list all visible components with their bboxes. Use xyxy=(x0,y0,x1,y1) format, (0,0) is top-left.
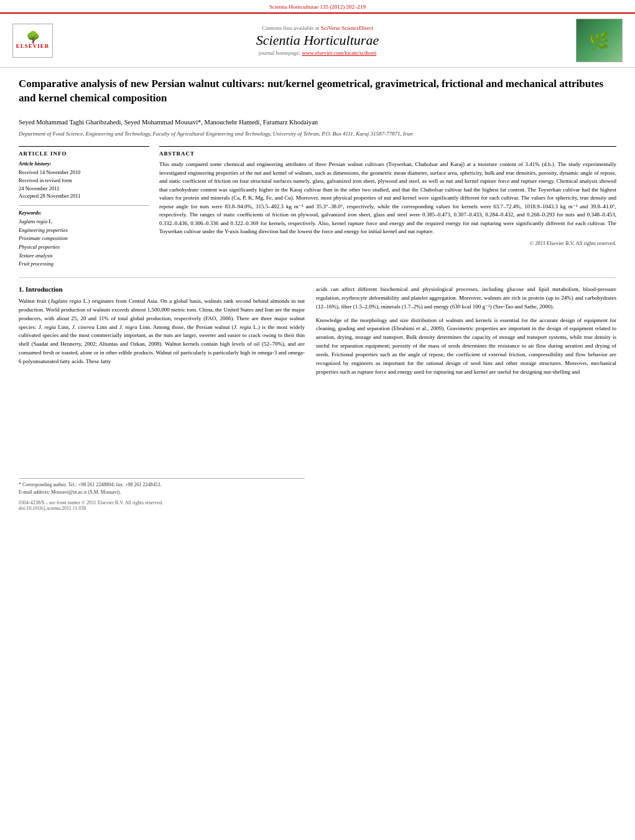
authors: Seyed Mohammad Taghi Gharibzahedi, Seyed… xyxy=(19,118,616,127)
keyword-3: Proximate composition xyxy=(19,234,149,243)
abstract-text: This study compared some chemical and en… xyxy=(159,160,616,236)
keyword-5: Texture analysis xyxy=(19,252,149,261)
elsevier-branding: 🌳 ELSEVIER xyxy=(12,24,59,58)
keyword-4: Physical properties xyxy=(19,243,149,252)
sciverse-link[interactable]: SciVerse ScienceDirect xyxy=(321,25,373,31)
intro-body-left: Walnut fruit (Juglans regia L.) originat… xyxy=(19,297,305,367)
main-content: Comparative analysis of new Persian waln… xyxy=(0,68,635,520)
divider-1 xyxy=(19,205,149,206)
abstract-column: ABSTRACT This study compared some chemic… xyxy=(159,146,616,269)
word-and: and xyxy=(279,349,287,356)
body-left-col: 1. Introduction Walnut fruit (Juglans re… xyxy=(19,285,305,512)
footnote-spacer: * Corresponding author. Tel.: +98 261 22… xyxy=(19,478,305,511)
keyword-2: Engineering properties xyxy=(19,226,149,235)
body-two-column: 1. Introduction Walnut fruit (Juglans re… xyxy=(19,285,616,512)
footnote-corresponding: * Corresponding author. Tel.: +98 261 22… xyxy=(19,481,305,489)
elsevier-label: ELSEVIER xyxy=(16,43,50,49)
journal-title: Scientia Horticulturae xyxy=(59,32,576,48)
article-info-column: ARTICLE INFO Article history: Received 1… xyxy=(19,146,149,269)
journal-header: Scientia Horticulturae 135 (2012) 202–21… xyxy=(0,0,635,14)
journal-citation: Scientia Horticulturae 135 (2012) 202–21… xyxy=(216,4,419,10)
received-date: Received 14 November 2010 xyxy=(19,168,149,177)
keyword-1: Juglans regia L. xyxy=(19,218,149,226)
issn-line: 0304-4238/$ – see front matter © 2011 El… xyxy=(19,500,305,511)
elsevier-logo: 🌳 ELSEVIER xyxy=(12,24,53,58)
header-center: Contents lists available at SciVerse Sci… xyxy=(59,25,576,56)
intro-body-right-1: acids can affect different biochemical a… xyxy=(316,285,616,312)
accepted-date: Accepted 28 November 2011 xyxy=(19,192,149,200)
received-revised-date: 24 November 2011 xyxy=(19,185,149,193)
keywords-label: Keywords: xyxy=(19,210,149,216)
article-title: Comparative analysis of new Persian waln… xyxy=(19,77,616,111)
intro-body-right-2: Knowledge of the morphology and size dis… xyxy=(316,316,616,377)
keyword-6: Fruit processing xyxy=(19,260,149,269)
copyright: © 2011 Elsevier B.V. All rights reserved… xyxy=(159,240,616,246)
section-divider xyxy=(19,277,616,278)
journal-branding: 🌳 ELSEVIER Contents lists available at S… xyxy=(0,14,635,68)
intro-section-title: 1. Introduction xyxy=(19,285,305,293)
elsevier-tree-icon: 🌳 xyxy=(26,32,40,43)
abstract-header: ABSTRACT xyxy=(159,150,616,157)
page-wrapper: Scientia Horticulturae 135 (2012) 202–21… xyxy=(0,0,635,520)
article-info-header: ARTICLE INFO xyxy=(19,150,149,157)
article-history-label: Article history: xyxy=(19,160,149,167)
article-columns: ARTICLE INFO Article history: Received 1… xyxy=(19,146,616,269)
body-right-col: acids can affect different biochemical a… xyxy=(316,285,616,512)
footnote-email: E-mail address: Mousavi@ut.ac.ir (S.M. M… xyxy=(19,489,305,496)
sciverse-text: Contents lists available at SciVerse Sci… xyxy=(59,25,576,31)
authors-text: Seyed Mohammad Taghi Gharibzahedi, Seyed… xyxy=(19,119,318,126)
keywords-list: Juglans regia L. Engineering properties … xyxy=(19,218,149,269)
footnote-area: * Corresponding author. Tel.: +98 261 22… xyxy=(19,478,305,496)
journal-homepage-link[interactable]: www.elsevier.com/locate/scihorti xyxy=(302,50,376,56)
received-revised-label: Received in revised form xyxy=(19,177,149,185)
journal-homepage: journal homepage: www.elsevier.com/locat… xyxy=(59,50,576,56)
journal-image: 🌿 xyxy=(576,19,623,62)
article-history-text: Received 14 November 2010 Received in re… xyxy=(19,168,149,200)
affiliation: Department of Food Science, Engineering … xyxy=(19,130,616,138)
